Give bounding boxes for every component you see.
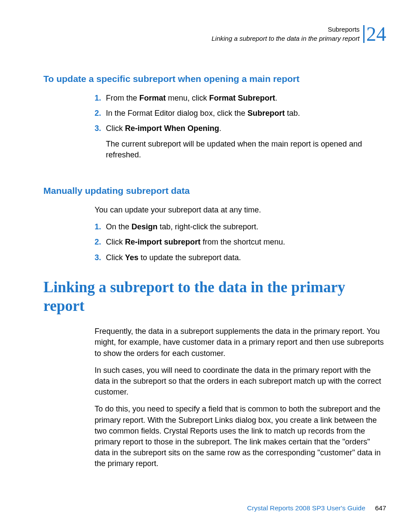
step-text: Click Re-import When Opening.	[106, 123, 386, 134]
step-number: 2.	[95, 108, 106, 119]
list-item: 2. In the Format Editor dialog box, clic…	[95, 108, 386, 119]
header-chapter-title: Subreports	[212, 25, 360, 34]
running-header: Subreports Linking a subreport to the da…	[43, 25, 386, 47]
step-number: 2.	[95, 237, 106, 248]
page: Subreports Linking a subreport to the da…	[0, 0, 414, 469]
footer-page-number: 647	[375, 504, 386, 512]
body-content: Frequently, the data in a subreport supp…	[95, 326, 386, 469]
body-paragraph: In such cases, you will need to coordina…	[95, 365, 386, 398]
page-footer: Crystal Reports 2008 SP3 User's Guide 64…	[247, 504, 386, 512]
step-number: 3.	[95, 123, 106, 134]
section2-intro: You can update your subreport data at an…	[95, 205, 386, 215]
section2-content: You can update your subreport data at an…	[95, 205, 386, 263]
section1-result: The current subreport will be updated wh…	[106, 139, 386, 160]
list-item: 3. Click Re-import When Opening.	[95, 123, 386, 134]
step-text: Click Yes to update the subreport data.	[106, 252, 386, 263]
step-number: 1.	[95, 93, 106, 104]
step-text: Click Re-import subreport from the short…	[106, 237, 386, 248]
step-text: On the Design tab, right-click the subre…	[106, 222, 386, 232]
section2-steps: 1. On the Design tab, right-click the su…	[95, 222, 386, 263]
list-item: 2. Click Re-import subreport from the sh…	[95, 237, 386, 248]
step-number: 1.	[95, 222, 106, 232]
header-text: Subreports Linking a subreport to the da…	[212, 25, 360, 43]
heading-update-specific: To update a specific subreport when open…	[43, 74, 386, 84]
step-text: In the Format Editor dialog box, click t…	[106, 108, 386, 119]
header-section-title: Linking a subreport to the data in the p…	[212, 34, 360, 43]
heading-linking: Linking a subreport to the data in the p…	[43, 278, 386, 316]
step-text: From the Format menu, click Format Subre…	[106, 93, 386, 104]
list-item: 1. From the Format menu, click Format Su…	[95, 93, 386, 104]
section1-steps: 1. From the Format menu, click Format Su…	[95, 93, 386, 134]
footer-book-title: Crystal Reports 2008 SP3 User's Guide	[247, 504, 365, 512]
heading-manual-update: Manually updating subreport data	[43, 186, 386, 196]
list-item: 1. On the Design tab, right-click the su…	[95, 222, 386, 232]
list-item: 3. Click Yes to update the subreport dat…	[95, 252, 386, 263]
step-number: 3.	[95, 252, 106, 263]
body-paragraph: To do this, you need to specify a field …	[95, 404, 386, 469]
section1-content: 1. From the Format menu, click Format Su…	[95, 93, 386, 160]
body-paragraph: Frequently, the data in a subreport supp…	[95, 326, 386, 359]
chapter-number: 24	[363, 25, 386, 43]
